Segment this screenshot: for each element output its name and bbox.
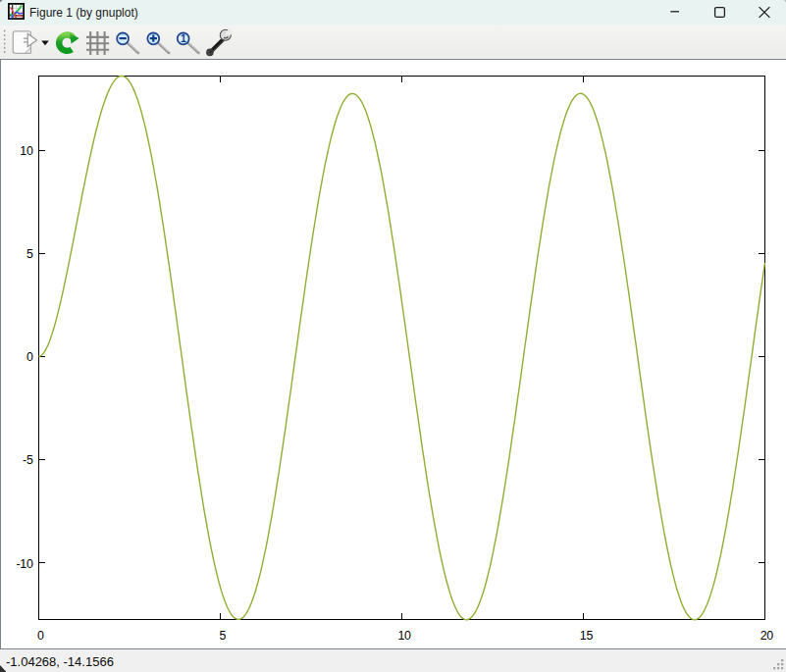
svg-text:5: 5 [26, 247, 33, 261]
svg-text:0: 0 [37, 629, 44, 643]
svg-text:0: 0 [26, 350, 33, 364]
svg-text:10: 10 [20, 144, 33, 158]
svg-text:10: 10 [398, 629, 412, 643]
svg-text:-10: -10 [16, 557, 32, 571]
svg-text:5: 5 [219, 629, 226, 643]
svg-text:-5: -5 [23, 453, 33, 467]
svg-text:20: 20 [760, 629, 774, 643]
svg-text:1: 1 [181, 32, 186, 44]
svg-text:15: 15 [580, 629, 594, 643]
